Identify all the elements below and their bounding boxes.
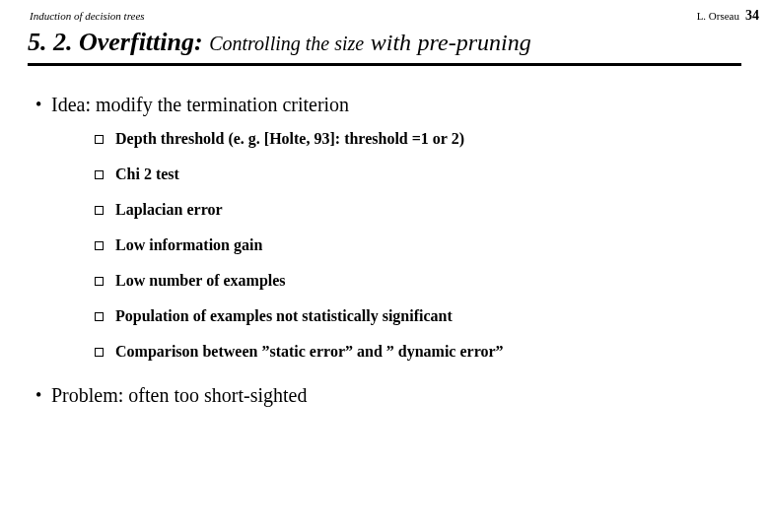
bullet-idea: • Idea: modify the termination criterion xyxy=(35,94,741,116)
sub-bullet: Population of examples not statistically… xyxy=(95,307,741,325)
slide-title: 5. 2. Overfitting: Controlling the size … xyxy=(28,24,741,66)
sub-bullet-text: Population of examples not statistically… xyxy=(115,307,453,325)
checkbox-marker xyxy=(95,206,104,215)
bullet-text: Problem: often too short-sighted xyxy=(51,384,307,407)
checkbox-marker xyxy=(95,348,104,357)
sub-bullet: Comparison between ”static error” and ” … xyxy=(95,343,741,361)
sub-bullet-text: Low number of examples xyxy=(115,272,286,290)
sub-bullet-text: Low information gain xyxy=(115,236,262,254)
sub-bullet-text: Chi 2 test xyxy=(115,166,179,183)
bullet-problem: • Problem: often too short-sighted xyxy=(35,384,741,407)
sub-bullet: Laplacian error xyxy=(95,201,741,219)
sub-bullet-text: Comparison between ”static error” and ” … xyxy=(115,343,504,361)
header-right: L. Orseau xyxy=(697,10,739,22)
checkbox-marker xyxy=(95,170,104,179)
checkbox-marker xyxy=(95,241,104,250)
title-section-number: 5. 2. xyxy=(28,28,73,56)
checkbox-marker xyxy=(95,312,104,321)
title-method: pre-pruning xyxy=(418,30,531,55)
title-connector: with xyxy=(371,30,411,55)
bullet-marker: • xyxy=(35,94,51,115)
sub-bullet-text: Laplacian error xyxy=(115,201,223,219)
running-header: Induction of decision trees L. Orseau xyxy=(28,10,741,24)
sub-bullet: Depth threshold (e. g. [Holte, 93]: thre… xyxy=(95,130,741,148)
header-left: Induction of decision trees xyxy=(30,10,145,22)
title-keyword: Overfitting: xyxy=(79,28,203,56)
bullet-text: Idea: modify the termination criterion xyxy=(51,94,349,116)
sub-bullet: Chi 2 test xyxy=(95,166,741,183)
checkbox-marker xyxy=(95,135,104,144)
page-number: 34 xyxy=(745,8,759,24)
title-subtitle: Controlling the size xyxy=(209,33,364,54)
checkbox-marker xyxy=(95,277,104,286)
content-body: • Idea: modify the termination criterion… xyxy=(28,94,741,407)
bullet-marker: • xyxy=(35,384,51,406)
sub-bullet: Low information gain xyxy=(95,236,741,254)
sub-bullet-text: Depth threshold (e. g. [Holte, 93]: thre… xyxy=(115,130,464,148)
sub-bullet: Low number of examples xyxy=(95,272,741,290)
